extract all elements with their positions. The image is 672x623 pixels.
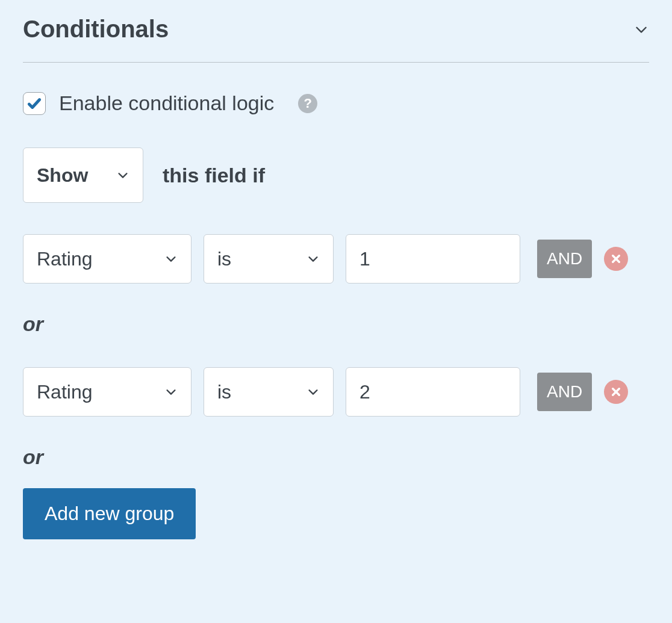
conditionals-panel: Conditionals Enable conditional logic ? … [0, 0, 672, 557]
add-group-button[interactable]: Add new group [23, 488, 196, 539]
chevron-down-icon [633, 22, 649, 37]
operator-select-value: is [217, 381, 231, 403]
delete-rule-button[interactable] [604, 247, 628, 271]
and-button[interactable]: AND [537, 373, 592, 411]
value-input-text: 1 [359, 248, 370, 270]
operator-select[interactable]: is [204, 234, 334, 284]
field-select-value: Rating [37, 248, 93, 270]
value-input[interactable]: 1 [346, 234, 520, 284]
enable-checkbox[interactable] [23, 92, 46, 115]
chevron-down-icon [306, 252, 320, 265]
value-input[interactable]: 2 [346, 367, 520, 417]
operator-select-value: is [217, 248, 231, 270]
operator-select[interactable]: is [204, 367, 334, 417]
field-select[interactable]: Rating [23, 234, 191, 284]
or-separator: or [23, 312, 649, 336]
field-select-value: Rating [37, 381, 93, 403]
close-icon [611, 386, 621, 397]
condition-row: Rating is 1 AND [23, 234, 649, 284]
section-title: Conditionals [23, 16, 169, 43]
enable-row: Enable conditional logic ? [23, 91, 649, 115]
close-icon [611, 253, 621, 264]
action-select[interactable]: Show [23, 147, 143, 203]
help-icon[interactable]: ? [298, 94, 317, 113]
or-separator: or [23, 445, 649, 469]
action-select-value: Show [37, 164, 88, 187]
condition-row: Rating is 2 AND [23, 367, 649, 417]
enable-label: Enable conditional logic [59, 91, 274, 115]
check-icon [26, 96, 42, 111]
delete-rule-button[interactable] [604, 380, 628, 404]
chevron-down-icon [164, 252, 178, 265]
value-input-text: 2 [359, 381, 370, 403]
action-row: Show this field if [23, 147, 649, 203]
and-button[interactable]: AND [537, 240, 592, 278]
chevron-down-icon [116, 169, 129, 182]
field-select[interactable]: Rating [23, 367, 191, 417]
section-header[interactable]: Conditionals [23, 7, 649, 63]
action-suffix: this field if [163, 164, 265, 187]
chevron-down-icon [164, 385, 178, 398]
chevron-down-icon [306, 385, 320, 398]
